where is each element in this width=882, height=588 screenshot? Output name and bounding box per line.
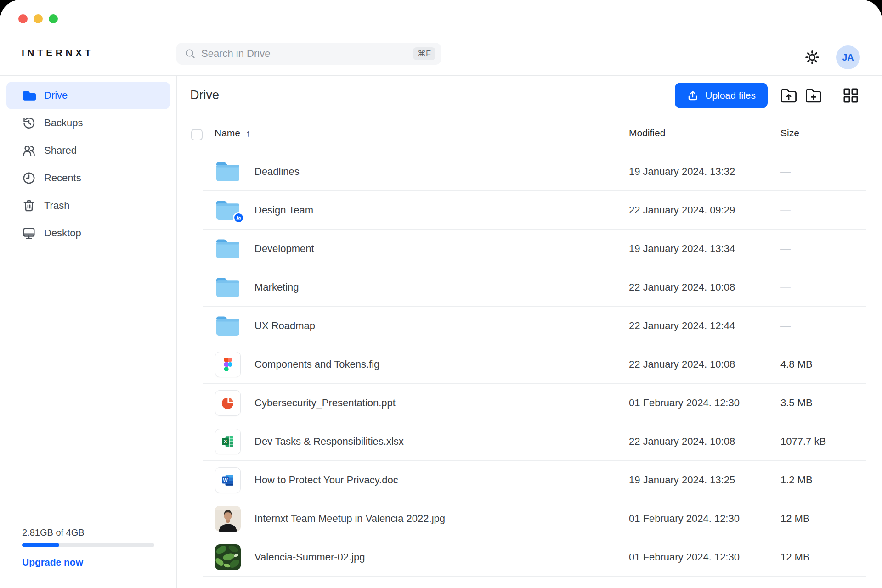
sidebar-item-recents[interactable]: Recents (6, 164, 170, 192)
table-row[interactable]: Design Team 22 January 2024. 09:29 — (177, 191, 882, 230)
select-all-checkbox[interactable] (191, 129, 203, 140)
storage-progress-fill (22, 543, 59, 547)
sidebar-item-label: Trash (44, 200, 69, 212)
sidebar-item-drive[interactable]: Drive (6, 82, 170, 109)
shared-people-icon (235, 214, 242, 221)
file-modified-date: 22 January 2024. 10:08 (629, 422, 735, 461)
file-size: 12 MB (780, 538, 810, 577)
file-modified-date: 19 January 2024. 13:32 (629, 152, 735, 191)
new-folder-button[interactable] (804, 86, 823, 105)
sort-ascending-icon: ↑ (246, 128, 250, 138)
folder-icon (215, 161, 241, 183)
sidebar-item-label: Shared (44, 145, 77, 157)
file-modified-date: 19 January 2024. 13:25 (629, 461, 735, 499)
sidebar-item-shared[interactable]: Shared (6, 137, 170, 164)
sidebar-item-desktop[interactable]: Desktop (6, 219, 170, 247)
table-row[interactable]: UX Roadmap 22 January 2024. 12:44 — (177, 307, 882, 345)
table-header: Name↑ Modified Size (177, 118, 882, 152)
file-modified-date: 01 February 2024. 12:30 (629, 384, 740, 422)
photo-thumbnail-person (215, 506, 241, 532)
table-row[interactable]: Components and Tokens.fig 22 January 202… (177, 345, 882, 384)
page-title: Drive (190, 88, 219, 102)
file-size: 12 MB (780, 499, 810, 538)
settings-button[interactable] (805, 50, 820, 65)
trash-icon (22, 199, 36, 213)
upload-folder-button[interactable] (780, 86, 798, 105)
file-name: Deadlines (254, 152, 300, 191)
excel-file-icon: X (215, 429, 241, 454)
shared-badge (233, 212, 244, 224)
sidebar-item-trash[interactable]: Trash (6, 192, 170, 219)
table-row[interactable]: W How to Protect Your Privacy.doc 19 Jan… (177, 461, 882, 499)
column-header-name[interactable]: Name↑ (215, 128, 250, 139)
gear-icon (805, 50, 820, 65)
file-name: Components and Tokens.fig (254, 345, 379, 384)
file-size: — (780, 230, 791, 268)
table-row[interactable]: Internxt Team Meetup in Valencia 2022.jp… (177, 499, 882, 538)
people-icon (22, 144, 36, 157)
table-row[interactable]: Marketing 22 January 2024. 10:08 — (177, 268, 882, 307)
file-modified-date: 19 January 2024. 13:34 (629, 230, 735, 268)
file-size: — (780, 152, 791, 191)
svg-text:W: W (223, 477, 228, 483)
main-header: Drive Upload files (177, 76, 882, 118)
file-size: 4.8 MB (780, 345, 813, 384)
folder-icon (215, 276, 241, 298)
file-size: 3.5 MB (780, 384, 813, 422)
table-row[interactable]: Valencia-Summer-02.jpg 01 February 2024.… (177, 538, 882, 577)
file-name: Dev Tasks & Responsibilities.xlsx (254, 422, 404, 461)
search-icon (185, 48, 196, 59)
desktop-icon (22, 226, 36, 240)
main-content: Drive Upload files (177, 76, 882, 588)
svg-text:X: X (224, 438, 227, 445)
upgrade-link[interactable]: Upgrade now (22, 557, 83, 568)
file-size: 1077.7 kB (780, 422, 826, 461)
photo-thumbnail-foliage (215, 544, 241, 570)
history-icon (22, 116, 36, 130)
table-row[interactable]: Development 19 January 2024. 13:34 — (177, 230, 882, 268)
upload-files-label: Upload files (705, 90, 756, 101)
upload-files-button[interactable]: Upload files (675, 83, 768, 108)
avatar[interactable]: JA (836, 45, 860, 69)
minimize-window-button[interactable] (34, 14, 43, 23)
table-row[interactable]: Deadlines 19 January 2024. 13:32 — (177, 152, 882, 191)
file-modified-date: 22 January 2024. 10:08 (629, 268, 735, 307)
file-name: Development (254, 230, 314, 268)
file-list: Deadlines 19 January 2024. 13:32 — Desig… (177, 152, 882, 588)
search-bar[interactable]: ⌘F (176, 43, 441, 65)
folder-plus-icon (804, 87, 823, 104)
file-name: UX Roadmap (254, 307, 315, 345)
file-name: Design Team (254, 191, 313, 230)
search-shortcut-badge: ⌘F (413, 47, 435, 60)
sidebar-item-backups[interactable]: Backups (6, 109, 170, 137)
close-window-button[interactable] (18, 14, 28, 23)
window-controls (18, 14, 58, 23)
upload-icon (687, 90, 699, 101)
search-input[interactable] (201, 48, 413, 60)
column-header-modified[interactable]: Modified (629, 128, 665, 139)
file-size: — (780, 191, 791, 230)
file-name: Marketing (254, 268, 299, 307)
column-header-size[interactable]: Size (780, 128, 799, 139)
sidebar-item-label: Backups (44, 117, 83, 129)
grid-view-button[interactable] (842, 86, 860, 105)
file-size: — (780, 268, 791, 307)
folder-icon (215, 315, 241, 337)
internxt-logo: INTERNXT (22, 47, 94, 58)
topbar: INTERNXT ⌘F (0, 0, 882, 76)
table-row[interactable]: Cybersecurity_Presentation.ppt 01 Februa… (177, 384, 882, 422)
file-modified-date: 22 January 2024. 10:08 (629, 345, 735, 384)
storage-widget: 2.81GB of 4GB Upgrade now (22, 527, 154, 568)
word-file-icon: W (215, 467, 241, 493)
file-modified-date: 01 February 2024. 12:30 (629, 499, 740, 538)
file-name: Internxt Team Meetup in Valencia 2022.jp… (254, 499, 445, 538)
file-modified-date: 01 February 2024. 12:30 (629, 538, 740, 577)
header-divider (832, 89, 832, 102)
folder-upload-icon (780, 87, 798, 104)
topbar-right: JA (805, 45, 860, 69)
zoom-window-button[interactable] (49, 14, 58, 23)
file-name: Cybersecurity_Presentation.ppt (254, 384, 396, 422)
folder-icon (22, 89, 36, 102)
table-row[interactable]: X Dev Tasks & Responsibilities.xlsx 22 J… (177, 422, 882, 461)
file-size: 1.2 MB (780, 461, 813, 499)
